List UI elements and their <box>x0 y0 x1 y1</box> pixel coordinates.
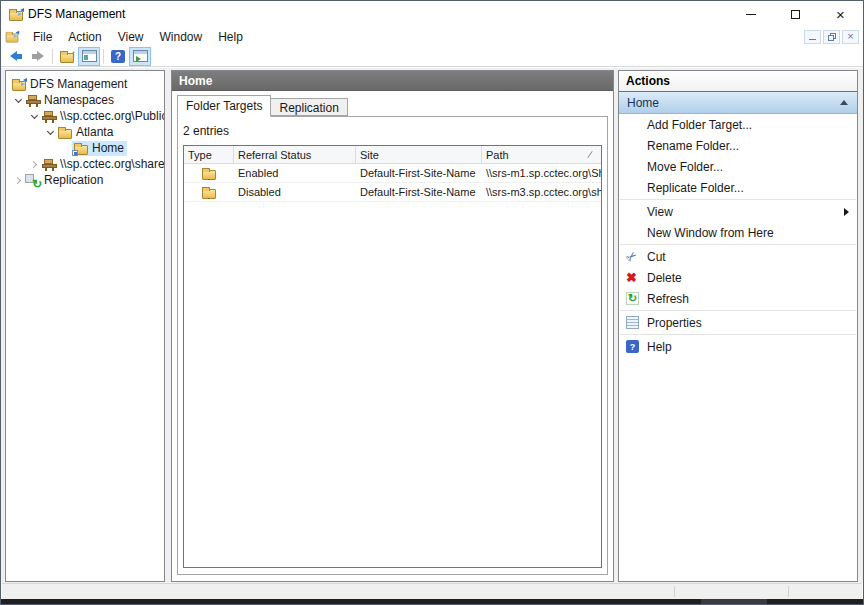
action-cut[interactable]: ✂ Cut <box>619 246 857 267</box>
folder-targets-tab-page: 2 entries Type Referral Status Site Path… <box>177 116 608 575</box>
mdi-minimize-icon <box>809 39 816 40</box>
console-tree-pane: DFS Management Namespaces \\sp.cctec.org… <box>5 70 165 582</box>
status-bar-separator <box>674 586 675 597</box>
column-header-type[interactable]: Type <box>184 146 234 163</box>
chevron-collapsed-icon[interactable] <box>28 162 40 167</box>
tree-item-home[interactable]: Home <box>6 140 164 156</box>
properties-icon <box>626 316 639 329</box>
action-replicate-folder[interactable]: Replicate Folder... <box>619 177 857 198</box>
column-header-referral-status[interactable]: Referral Status <box>234 146 356 163</box>
window-title: DFS Management <box>28 7 125 21</box>
mdi-minimize-button[interactable] <box>804 30 821 44</box>
dfs-folder-icon <box>72 142 90 155</box>
dfs-root-icon <box>10 78 28 91</box>
collapse-section-icon[interactable] <box>840 100 848 105</box>
actions-separator <box>620 310 856 311</box>
back-button[interactable] <box>5 47 27 66</box>
chevron-expanded-icon[interactable] <box>12 99 24 102</box>
column-header-path[interactable]: Path <box>482 146 601 163</box>
results-pane: Home Folder Targets Replication 2 entrie… <box>171 70 614 582</box>
action-properties[interactable]: Properties <box>619 312 857 333</box>
tab-strip: Folder Targets Replication <box>172 95 613 116</box>
actions-separator <box>620 199 856 200</box>
folder-target-icon <box>184 186 234 199</box>
folder-targets-list: Type Referral Status Site Path Enabled D… <box>183 145 602 568</box>
results-pane-header: Home <box>172 71 613 91</box>
close-icon: × <box>836 7 845 22</box>
up-one-folder-button[interactable]: ↑ <box>56 47 78 66</box>
menu-view[interactable]: View <box>110 29 152 45</box>
mdi-restore-icon <box>828 33 836 41</box>
actions-section-home[interactable]: Home <box>619 92 857 114</box>
menu-help[interactable]: Help <box>210 29 251 45</box>
dfs-management-window: DFS Management × File Action View Window… <box>0 0 864 605</box>
tree-item-replication[interactable]: ↻ Replication <box>6 172 164 188</box>
toolbar: ↑ ? <box>1 46 863 67</box>
show-console-tree-icon <box>82 50 97 62</box>
minimize-button[interactable] <box>728 1 773 27</box>
folder-target-icon <box>184 167 234 180</box>
status-bar-separator <box>788 586 789 597</box>
tab-replication[interactable]: Replication <box>271 98 347 116</box>
title-bar: DFS Management × <box>1 1 863 27</box>
show-console-tree-button[interactable] <box>78 47 100 66</box>
submenu-arrow-icon <box>844 208 849 216</box>
tree-item-dfs-management[interactable]: DFS Management <box>6 76 164 92</box>
tree-item-namespace-public[interactable]: \\sp.cctec.org\Public <box>6 108 164 124</box>
table-row[interactable]: Enabled Default-First-Site-Name \\srs-m1… <box>184 164 601 183</box>
action-view[interactable]: View <box>619 201 857 222</box>
dfs-app-icon <box>9 11 23 21</box>
content-area: DFS Management Namespaces \\sp.cctec.org… <box>1 68 863 583</box>
status-bar <box>2 583 862 599</box>
menu-window[interactable]: Window <box>152 29 211 45</box>
chevron-collapsed-icon[interactable] <box>12 178 24 183</box>
menu-bar: File Action View Window Help × <box>1 27 863 46</box>
maximize-button[interactable] <box>773 1 818 27</box>
column-header-site[interactable]: Site <box>356 146 482 163</box>
taskbar-sliver <box>1 599 863 604</box>
mdi-close-icon: × <box>847 31 853 42</box>
toolbar-separator <box>103 49 104 64</box>
show-action-pane-button[interactable] <box>129 47 151 66</box>
tab-folder-targets[interactable]: Folder Targets <box>177 95 271 117</box>
refresh-icon: ↻ <box>626 292 639 305</box>
table-row[interactable]: Disabled Default-First-Site-Name \\srs-m… <box>184 183 601 202</box>
mdi-window-controls: × <box>804 30 859 44</box>
close-button[interactable]: × <box>818 1 863 27</box>
action-move-folder[interactable]: Move Folder... <box>619 156 857 177</box>
namespaces-icon <box>24 93 42 107</box>
actions-separator <box>620 334 856 335</box>
chevron-expanded-icon[interactable] <box>44 131 56 134</box>
namespace-icon <box>40 109 58 123</box>
menu-file[interactable]: File <box>25 29 60 45</box>
help-icon: ? <box>111 50 125 63</box>
action-refresh[interactable]: ↻ Refresh <box>619 288 857 309</box>
tree-item-atlanta[interactable]: Atlanta <box>6 124 164 140</box>
action-delete[interactable]: ✖ Delete <box>619 267 857 288</box>
mdi-restore-button[interactable] <box>823 30 840 44</box>
action-add-folder-target[interactable]: Add Folder Target... <box>619 114 857 135</box>
tree-item-namespaces[interactable]: Namespaces <box>6 92 164 108</box>
back-icon <box>10 51 22 61</box>
actions-pane-title: Actions <box>619 71 857 92</box>
chevron-expanded-icon[interactable] <box>28 115 40 118</box>
menu-action[interactable]: Action <box>60 29 109 45</box>
namespace-icon <box>40 157 58 171</box>
tree-item-namespace-shares[interactable]: \\sp.cctec.org\shares <box>6 156 164 172</box>
scissors-icon: ✂ <box>623 248 640 265</box>
entries-count-label: 2 entries <box>178 117 607 138</box>
action-help[interactable]: ? Help <box>619 336 857 357</box>
minimize-icon <box>746 14 756 15</box>
mdi-close-button[interactable]: × <box>842 30 859 44</box>
delete-x-icon: ✖ <box>626 271 637 284</box>
help-button[interactable]: ? <box>107 47 129 66</box>
actions-pane: Actions Home Add Folder Target... Rename… <box>618 70 858 582</box>
toolbar-separator <box>52 49 53 64</box>
action-rename-folder[interactable]: Rename Folder... <box>619 135 857 156</box>
sort-ascending-icon <box>587 151 592 158</box>
console-window-icon[interactable] <box>6 34 19 43</box>
forward-button[interactable] <box>27 47 49 66</box>
forward-icon <box>32 51 44 61</box>
list-header-row: Type Referral Status Site Path <box>184 146 601 164</box>
action-new-window-from-here[interactable]: New Window from Here <box>619 222 857 243</box>
